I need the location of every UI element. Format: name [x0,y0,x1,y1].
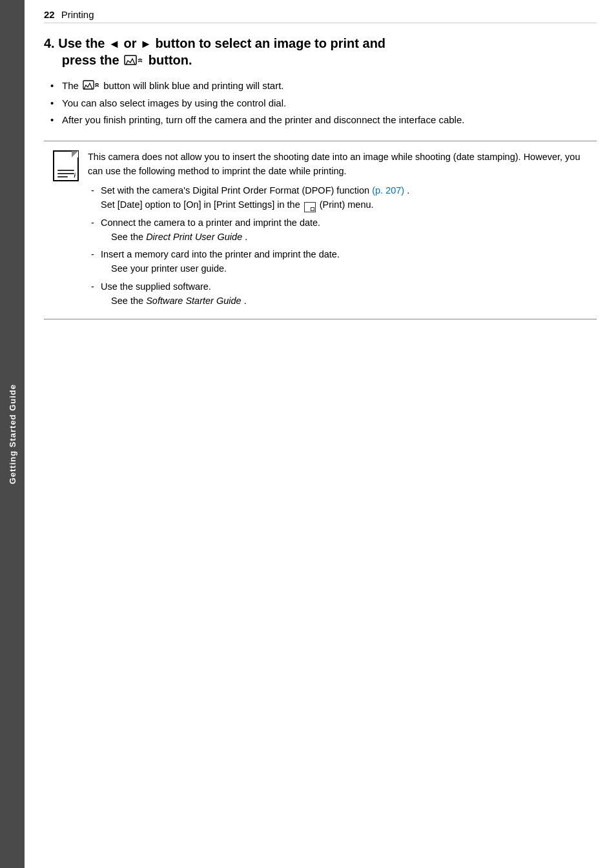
note-paragraph: This camera does not allow you to insert… [88,152,580,176]
note-item-text: Set with the camera's Digital Print Orde… [101,185,372,196]
bullet-list: The button will blink blue and printing … [50,77,597,129]
note-content: This camera does not allow you to insert… [88,150,588,310]
note-dash-list: Set with the camera's Digital Print Orde… [88,182,588,310]
bullet-text: You can also select images by using the … [62,97,286,108]
step-heading-text1: Use the [58,36,108,50]
right-arrow-icon: ► [140,37,152,50]
step-heading-text3: button. [149,53,192,67]
note-line-short [57,176,68,177]
note-box: i This camera does not allow you to inse… [44,141,597,320]
list-item: Use the supplied software. See the Softw… [88,278,588,310]
print-button-icon [124,54,143,68]
bullet-text: After you finish printing, turn off the … [62,114,464,125]
note-line [57,170,74,171]
list-item: You can also select images by using the … [50,95,597,112]
step-connector: or [123,36,140,50]
note-item-continuation: Set [Date] option to [On] in [Print Sett… [101,199,303,210]
bullet-text-prefix: The [62,80,81,91]
list-item: Connect the camera to a printer and impr… [88,214,588,247]
list-item: Set with the camera's Digital Print Orde… [88,182,588,214]
sidebar: Getting Started Guide [0,0,25,868]
note-item-text: Insert a memory card into the printer an… [101,249,340,274]
left-arrow-icon: ◄ [108,37,120,50]
step-heading: 4. Use the ◄ or ► button to select an im… [44,35,597,68]
list-item: After you finish printing, turn off the … [50,112,597,129]
note-item-continuation2: (Print) menu. [320,199,374,210]
sidebar-label: Getting Started Guide [8,384,17,484]
list-item: The button will blink blue and printing … [50,77,597,95]
note-alert-symbol: i [74,172,76,179]
list-item: Insert a memory card into the printer an… [88,246,588,278]
print-settings-icon [304,202,316,212]
note-icon-lines [57,170,74,177]
dpof-link[interactable]: (p. 207) [372,185,404,196]
page-header: 22 Printing [44,9,597,23]
note-line [57,173,74,174]
print-icon-small [83,79,99,92]
page-number: 22 [44,9,55,20]
note-item-suffix: . [244,296,247,306]
note-icon: i [53,150,79,181]
note-item-italic: Software Starter Guide [146,296,241,306]
main-content: 22 Printing 4. Use the ◄ or ► button to … [25,0,616,339]
step-number: 4. [44,36,55,50]
note-item-italic: Direct Print User Guide [146,232,242,242]
section-label: Printing [61,9,94,20]
bullet-text-suffix: button will blink blue and printing will… [103,80,283,91]
note-item-suffix: . [245,232,247,242]
note-item-text: . [407,185,409,196]
